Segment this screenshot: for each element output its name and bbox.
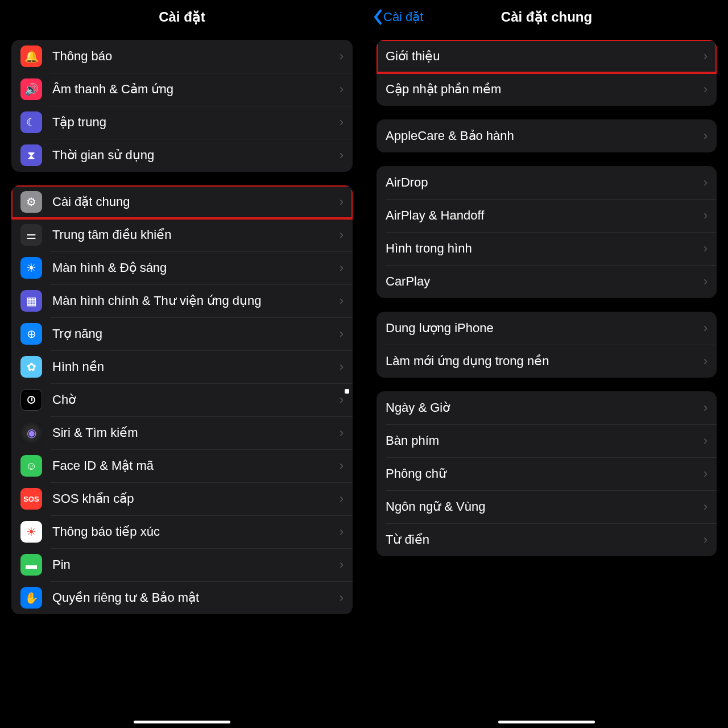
settings-group: Giới thiệu›Cập nhật phần mềm› xyxy=(377,40,717,106)
row-label: Hình trong hình xyxy=(386,241,704,256)
row-datetime[interactable]: Ngày & Giờ› xyxy=(377,391,717,424)
row-screentime[interactable]: ⧗Thời gian sử dụng› xyxy=(11,139,353,172)
row-fonts[interactable]: Phông chữ› xyxy=(377,457,717,490)
row-label: Siri & Tìm kiếm xyxy=(52,425,340,440)
row-label: Cài đặt chung xyxy=(52,195,340,209)
chevron-right-icon: › xyxy=(340,195,344,209)
faceid-icon: ☺ xyxy=(20,455,42,477)
page-title: Cài đặt chung xyxy=(501,9,592,25)
chevron-right-icon: › xyxy=(340,590,344,605)
row-airplay[interactable]: AirPlay & Handoff› xyxy=(377,199,717,232)
row-label: Dung lượng iPhone xyxy=(386,321,704,336)
row-label: Thông báo tiếp xúc xyxy=(52,524,340,539)
chevron-right-icon: › xyxy=(704,208,708,223)
row-label: Giới thiệu xyxy=(386,49,704,64)
chevron-right-icon: › xyxy=(704,433,708,448)
row-display[interactable]: ☀Màn hình & Độ sáng› xyxy=(11,251,353,284)
settings-group: ⚙Cài đặt chung›⚌Trung tâm điều khiển›☀Mà… xyxy=(11,185,353,614)
chevron-right-icon: › xyxy=(340,326,344,341)
row-label: Thời gian sử dụng xyxy=(52,148,340,163)
row-siri[interactable]: ◉Siri & Tìm kiếm› xyxy=(11,416,353,449)
home-indicator[interactable] xyxy=(134,721,230,723)
general-list: Giới thiệu›Cập nhật phần mềm›AppleCare &… xyxy=(365,34,728,579)
back-label: Cài đặt xyxy=(383,10,423,24)
row-focus[interactable]: ☾Tập trung› xyxy=(11,106,353,139)
row-faceid[interactable]: ☺Face ID & Mật mã› xyxy=(11,449,353,482)
back-button[interactable]: Cài đặt xyxy=(372,9,423,25)
row-backgroundrefresh[interactable]: Làm mới ứng dụng trong nền› xyxy=(377,345,717,378)
row-language[interactable]: Ngôn ngữ & Vùng› xyxy=(377,490,717,523)
row-carplay[interactable]: CarPlay› xyxy=(377,265,717,298)
row-label: Bàn phím xyxy=(386,433,704,448)
row-label: Màn hình & Độ sáng xyxy=(52,260,340,275)
row-dictionary[interactable]: Từ điển› xyxy=(377,523,717,556)
row-label: Hình nền xyxy=(52,359,340,374)
row-notifications[interactable]: 🔔Thông báo› xyxy=(11,40,353,73)
battery-icon: ▬ xyxy=(20,554,42,576)
row-pip[interactable]: Hình trong hình› xyxy=(377,232,717,265)
chevron-right-icon: › xyxy=(340,293,344,308)
row-general[interactable]: ⚙Cài đặt chung› xyxy=(11,185,353,218)
hand-icon: ✋ xyxy=(20,587,42,609)
chevron-right-icon: › xyxy=(340,425,344,440)
row-label: AirPlay & Handoff xyxy=(386,208,704,223)
settings-group: 🔔Thông báo›🔊Âm thanh & Cảm ứng›☾Tập trun… xyxy=(11,40,353,172)
gear-icon: ⚙ xyxy=(20,191,42,213)
row-label: SOS khẩn cấp xyxy=(52,491,340,506)
row-sounds[interactable]: 🔊Âm thanh & Cảm ứng› xyxy=(11,73,353,106)
chevron-right-icon: › xyxy=(704,82,708,97)
row-privacy[interactable]: ✋Quyền riêng tư & Bảo mật› xyxy=(11,581,353,614)
chevron-right-icon: › xyxy=(340,49,344,64)
row-airdrop[interactable]: AirDrop› xyxy=(377,166,717,199)
hourglass-icon: ⧗ xyxy=(20,144,42,166)
row-standby[interactable]: Chờ› xyxy=(11,383,353,416)
grid-icon: ▦ xyxy=(20,290,42,312)
row-controlcenter[interactable]: ⚌Trung tâm điều khiển› xyxy=(11,218,353,251)
row-label: Từ điển xyxy=(386,532,704,547)
row-applecare[interactable]: AppleCare & Bảo hành› xyxy=(377,119,717,152)
home-indicator[interactable] xyxy=(498,721,595,723)
row-label: Chờ xyxy=(52,392,340,407)
row-label: Trung tâm điều khiển xyxy=(52,228,340,242)
row-label: Pin xyxy=(52,557,340,572)
row-label: Làm mới ứng dụng trong nền xyxy=(386,354,704,369)
row-battery[interactable]: ▬Pin› xyxy=(11,548,353,581)
nav-bar: Cài đặt Cài đặt chung xyxy=(365,0,728,34)
toggles-icon: ⚌ xyxy=(20,224,42,246)
chevron-right-icon: › xyxy=(704,499,708,514)
row-label: Ngày & Giờ xyxy=(386,400,704,415)
row-accessibility[interactable]: ⊕Trợ năng› xyxy=(11,317,353,350)
chevron-right-icon: › xyxy=(704,321,708,336)
row-wallpaper[interactable]: ✿Hình nền› xyxy=(11,350,353,383)
chevron-right-icon: › xyxy=(704,466,708,481)
row-label: CarPlay xyxy=(386,274,704,289)
accessibility-icon: ⊕ xyxy=(20,323,42,345)
chevron-right-icon: › xyxy=(340,524,344,539)
exposure-icon: ☀ xyxy=(20,521,42,543)
settings-group: Ngày & Giờ›Bàn phím›Phông chữ›Ngôn ngữ &… xyxy=(377,391,717,556)
row-label: Face ID & Mật mã xyxy=(52,458,340,473)
chevron-right-icon: › xyxy=(704,274,708,289)
row-label: Quyền riêng tư & Bảo mật xyxy=(52,590,340,605)
settings-screen: Cài đặt 🔔Thông báo›🔊Âm thanh & Cảm ứng›☾… xyxy=(0,0,364,728)
row-storage[interactable]: Dung lượng iPhone› xyxy=(377,312,717,345)
bell-icon: 🔔 xyxy=(20,46,42,67)
row-label: Trợ năng xyxy=(52,326,340,341)
chevron-right-icon: › xyxy=(340,82,344,97)
chevron-right-icon: › xyxy=(704,532,708,547)
chevron-right-icon: › xyxy=(704,354,708,369)
row-label: Âm thanh & Cảm ứng xyxy=(52,82,340,97)
nav-bar: Cài đặt xyxy=(0,0,364,34)
general-settings-screen: Cài đặt Cài đặt chung Giới thiệu›Cập nhậ… xyxy=(364,0,728,728)
row-softwareupdate[interactable]: Cập nhật phần mềm› xyxy=(377,73,717,106)
row-keyboard[interactable]: Bàn phím› xyxy=(377,424,717,457)
chevron-left-icon xyxy=(372,9,382,25)
row-exposure[interactable]: ☀Thông báo tiếp xúc› xyxy=(11,515,353,548)
row-label: Phông chữ xyxy=(386,466,704,481)
sun-icon: ☀ xyxy=(20,257,42,279)
row-sos[interactable]: SOSSOS khẩn cấp› xyxy=(11,482,353,515)
row-about[interactable]: Giới thiệu› xyxy=(377,40,717,73)
row-homescreen[interactable]: ▦Màn hình chính & Thư viện ứng dụng› xyxy=(11,284,353,317)
row-label: Tập trung xyxy=(52,115,340,130)
chevron-right-icon: › xyxy=(704,175,708,190)
